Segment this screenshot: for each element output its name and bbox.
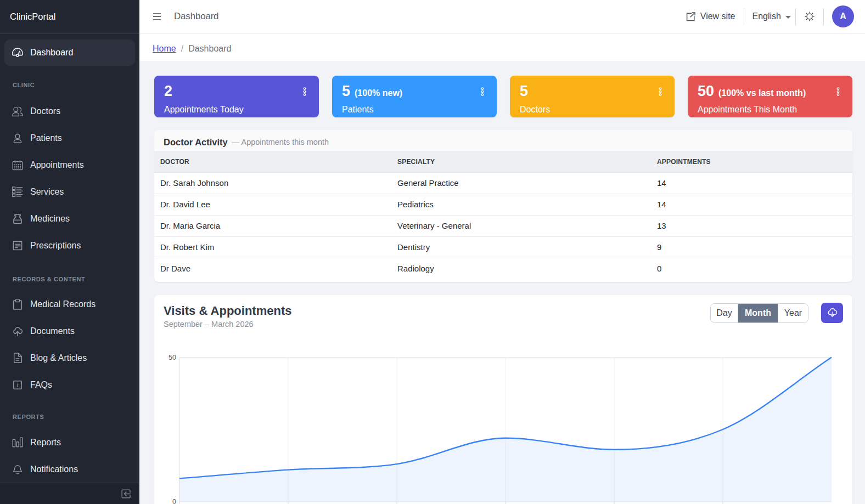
svg-text:50: 50	[168, 354, 176, 361]
svg-text:i: i	[16, 381, 19, 389]
svg-text:0: 0	[172, 498, 176, 504]
